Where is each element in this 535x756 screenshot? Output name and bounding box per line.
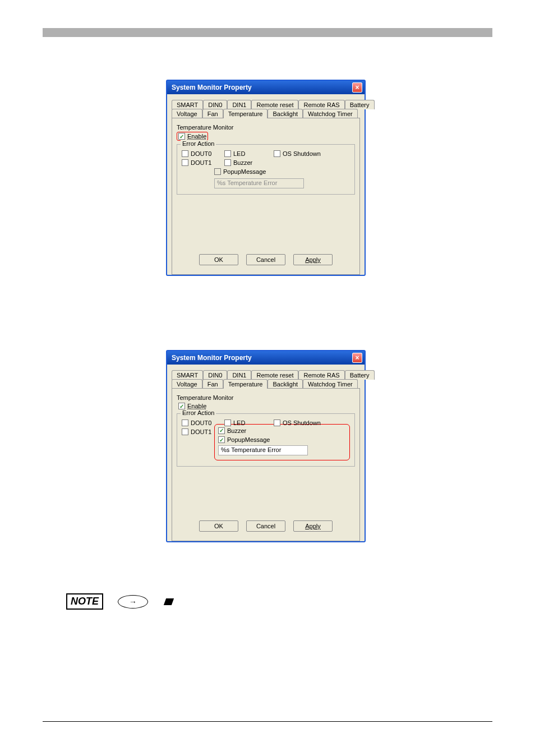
- arrow-icon: →: [118, 595, 148, 609]
- window-title: System Monitor Property: [172, 354, 252, 362]
- tab-din0[interactable]: DIN0: [203, 100, 227, 109]
- tab-content: Temperature Monitor Enable Error Action …: [172, 388, 360, 541]
- tab-watchdog[interactable]: Watchdog Timer: [303, 109, 358, 118]
- popup-label: PopupMessage: [227, 436, 270, 443]
- tab-area: SMART DIN0 DIN1 Remote reset Remote RAS …: [172, 100, 360, 275]
- close-icon[interactable]: ×: [352, 353, 362, 363]
- dout0-checkbox[interactable]: [182, 420, 188, 426]
- buzzer-checkbox[interactable]: [218, 427, 225, 434]
- tab-backlight[interactable]: Backlight: [268, 109, 303, 118]
- tab-row-2: Voltage Fan Temperature Backlight Watchd…: [172, 379, 360, 389]
- dout1-label: DOUT1: [191, 428, 211, 435]
- tab-row-1: SMART DIN0 DIN1 Remote reset Remote RAS …: [172, 370, 360, 380]
- note-label: NOTE: [66, 593, 103, 610]
- tab-din0[interactable]: DIN0: [203, 370, 227, 380]
- buzzer-label: Buzzer: [227, 427, 246, 434]
- apply-button[interactable]: Apply: [293, 520, 333, 532]
- led-checkbox[interactable]: [224, 150, 231, 157]
- error-action-highlight: Buzzer PopupMessage %s Temperature Error: [214, 424, 350, 460]
- system-monitor-dialog-1: System Monitor Property × SMART DIN0 DIN…: [166, 80, 366, 276]
- tab-fan[interactable]: Fan: [202, 379, 223, 389]
- tab-remote-ras[interactable]: Remote RAS: [298, 100, 344, 109]
- button-row: OK Cancel Apply: [177, 248, 355, 271]
- buzzer-label: Buzzer: [233, 159, 252, 166]
- apply-button[interactable]: Apply: [293, 254, 333, 265]
- os-shutdown-checkbox[interactable]: [274, 420, 280, 426]
- enable-checkbox[interactable]: [178, 133, 185, 140]
- tab-watchdog[interactable]: Watchdog Timer: [303, 379, 358, 389]
- popup-text-input[interactable]: %s Temperature Error: [218, 445, 308, 455]
- tab-din1[interactable]: DIN1: [227, 100, 251, 109]
- ok-button[interactable]: OK: [199, 520, 238, 532]
- enable-checkbox[interactable]: [178, 403, 185, 409]
- tab-remote-reset[interactable]: Remote reset: [251, 370, 298, 380]
- tab-remote-reset[interactable]: Remote reset: [251, 100, 298, 109]
- titlebar: System Monitor Property ×: [167, 81, 365, 94]
- dout0-label: DOUT0: [191, 420, 211, 426]
- tab-area: SMART DIN0 DIN1 Remote reset Remote RAS …: [172, 370, 360, 541]
- enable-checkbox-highlight: Enable: [177, 132, 208, 141]
- tab-din1[interactable]: DIN1: [227, 370, 251, 380]
- popup-label: PopupMessage: [223, 168, 266, 175]
- dout1-checkbox[interactable]: [182, 428, 188, 435]
- close-icon[interactable]: ×: [352, 82, 362, 93]
- enable-checkbox-wrap: Enable: [177, 402, 208, 410]
- error-action-group: Error Action DOUT0 LED OS Shutdown DOUT1…: [177, 144, 355, 195]
- system-monitor-dialog-2: System Monitor Property × SMART DIN0 DIN…: [166, 350, 366, 542]
- enable-label: Enable: [187, 403, 206, 409]
- popup-checkbox[interactable]: [218, 436, 225, 443]
- window-title: System Monitor Property: [172, 84, 252, 91]
- monitor-label: Temperature Monitor: [177, 394, 355, 401]
- tab-smart[interactable]: SMART: [172, 100, 203, 109]
- os-shutdown-label: OS Shutdown: [283, 420, 321, 426]
- dout1-label: DOUT1: [191, 159, 211, 166]
- error-action-legend: Error Action: [181, 140, 216, 147]
- tab-temperature[interactable]: Temperature: [223, 379, 268, 389]
- enable-label: Enable: [187, 133, 206, 140]
- tab-content: Temperature Monitor Enable Error Action …: [172, 118, 360, 275]
- error-action-group: Error Action DOUT0 LED OS Shutdown DOUT1…: [177, 413, 355, 467]
- cancel-button[interactable]: Cancel: [246, 520, 285, 532]
- monitor-label: Temperature Monitor: [177, 124, 355, 131]
- led-label: LED: [233, 150, 245, 157]
- tab-smart[interactable]: SMART: [172, 370, 203, 380]
- footer-rule: [43, 721, 492, 722]
- popup-text-input[interactable]: %s Temperature Error: [214, 178, 304, 188]
- dout0-label: DOUT0: [191, 150, 211, 157]
- tab-row-2: Voltage Fan Temperature Backlight Watchd…: [172, 109, 360, 118]
- tab-temperature[interactable]: Temperature: [223, 109, 268, 118]
- os-shutdown-label: OS Shutdown: [283, 150, 321, 157]
- bullet-icon: [164, 598, 174, 605]
- tab-battery[interactable]: Battery: [345, 100, 375, 109]
- button-row: OK Cancel Apply: [177, 515, 355, 537]
- tab-fan[interactable]: Fan: [202, 109, 223, 118]
- titlebar: System Monitor Property ×: [167, 351, 365, 365]
- popup-checkbox[interactable]: [214, 168, 221, 175]
- dout0-checkbox[interactable]: [182, 150, 188, 157]
- tab-voltage[interactable]: Voltage: [172, 109, 202, 118]
- tab-remote-ras[interactable]: Remote RAS: [298, 370, 344, 380]
- os-shutdown-checkbox[interactable]: [274, 150, 280, 157]
- cancel-button[interactable]: Cancel: [246, 254, 285, 265]
- ok-button[interactable]: OK: [199, 254, 238, 265]
- dout1-checkbox[interactable]: [182, 159, 188, 166]
- tab-backlight[interactable]: Backlight: [268, 379, 303, 389]
- tab-battery[interactable]: Battery: [345, 370, 375, 380]
- tab-row-1: SMART DIN0 DIN1 Remote reset Remote RAS …: [172, 100, 360, 109]
- header-bar: [43, 28, 492, 37]
- error-action-legend: Error Action: [181, 409, 216, 416]
- led-label: LED: [233, 420, 245, 426]
- led-checkbox[interactable]: [224, 420, 231, 426]
- note-row: NOTE →: [66, 593, 173, 610]
- tab-voltage[interactable]: Voltage: [172, 379, 202, 389]
- buzzer-checkbox[interactable]: [224, 159, 231, 166]
